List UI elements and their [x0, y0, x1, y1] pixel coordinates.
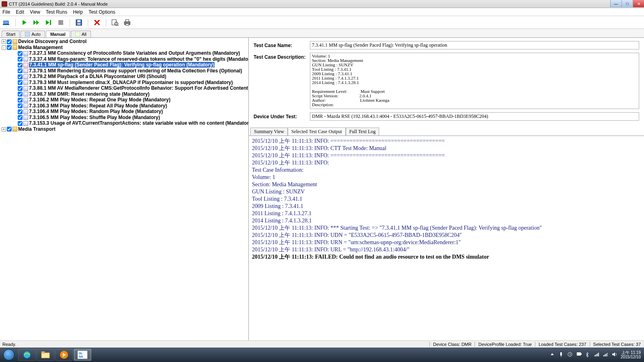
document-icon	[23, 103, 28, 108]
device-icon[interactable]	[2, 19, 10, 26]
tree-checkbox[interactable]	[18, 109, 23, 114]
windows-orb-icon	[3, 349, 14, 360]
stop-button[interactable]	[57, 19, 65, 26]
tree-checkbox[interactable]	[18, 98, 23, 103]
taskbar-explorer[interactable]	[37, 349, 54, 361]
tab-summary-view[interactable]: Summary View	[250, 128, 288, 136]
tree-label: 7.3.79.3 MM Must implement dlna:X_DLNACA…	[29, 80, 233, 85]
tree-checkbox[interactable]	[18, 80, 23, 85]
tray-wifi-icon[interactable]	[603, 352, 609, 358]
menu-test-runs[interactable]: Test Runs	[46, 9, 67, 15]
tree-item[interactable]: 7.3.79.1 MM Rendering Endpoints may supp…	[2, 68, 247, 74]
log-line: Volume: 1	[252, 174, 641, 181]
menu-view[interactable]: View	[30, 9, 40, 15]
tree-label: 7.3.153.3 Usage of AVT.CurrentTransportA…	[29, 120, 248, 126]
tree-item[interactable]: 7.3.27.1 MM Consistency of ProtocolInfo …	[2, 50, 247, 56]
tree-item[interactable]: 7.3.106.5 MM Play Modes: Shuffle Play Mo…	[2, 115, 247, 121]
tree-checkbox[interactable]	[18, 68, 23, 73]
taskbar-media-player[interactable]	[55, 349, 73, 361]
svg-rect-37	[596, 354, 597, 356]
title-bar: CTT (2014 Guidelines) Build: 2.0.4 - Man…	[0, 0, 644, 8]
menu-file[interactable]: File	[2, 9, 10, 15]
tree-item[interactable]: 7.3.79.3 MM Must implement dlna:X_DLNACA…	[2, 80, 247, 86]
tree-item[interactable]: +Media Transport	[2, 126, 247, 132]
log-line: 2015/12/10 上午 11:11:13: INFO: ==========…	[252, 152, 641, 159]
svg-text:?: ?	[569, 353, 571, 356]
tree-item[interactable]: 7.3.106.3 MM Play Modes: Repeat All Play…	[2, 103, 247, 109]
tree-item[interactable]: +Device Discovery and Control	[2, 39, 247, 45]
dut-field[interactable]	[310, 112, 639, 121]
svg-rect-36	[594, 355, 595, 356]
expander-icon[interactable]: +	[2, 127, 6, 132]
status-bar: Ready. Device Class: DMR DeviceProfile L…	[0, 340, 644, 348]
print-button[interactable]	[123, 19, 131, 26]
tree-checkbox[interactable]	[18, 103, 23, 108]
tray-power-icon[interactable]	[576, 352, 582, 358]
step-button[interactable]	[45, 19, 53, 26]
tray-action-center-icon[interactable]	[559, 352, 564, 358]
svg-rect-19	[25, 32, 30, 37]
fast-forward-button[interactable]	[33, 19, 41, 26]
tray-volume-icon[interactable]	[612, 352, 617, 358]
log-line: 2015/12/10 上午 11:11:13: INFO: CTT Test M…	[252, 145, 641, 152]
taskbar-ie[interactable]	[18, 349, 36, 361]
tab-selected-output[interactable]: Selected Test Case Output	[288, 128, 346, 136]
test-name-field[interactable]	[310, 41, 639, 49]
tree-item[interactable]: 7.3.41.1 MM sp-flag (Sender Paced Flag):…	[2, 62, 247, 68]
tree-checkbox[interactable]	[18, 121, 23, 126]
delete-button[interactable]	[93, 19, 101, 26]
play-button[interactable]	[21, 19, 29, 26]
tree-item[interactable]: 7.3.37.4 MM flags-param: Tolerance of re…	[2, 56, 247, 62]
tab-full-log[interactable]: Full Text Log	[346, 128, 380, 136]
preview-button[interactable]	[111, 19, 119, 26]
tree-item[interactable]: 7.3.106.2 MM Play Modes: Repeat One Play…	[2, 97, 247, 103]
taskbar-dlna-app[interactable]: DLNA	[74, 349, 91, 361]
svg-marker-44	[612, 352, 615, 356]
svg-marker-29	[551, 353, 554, 355]
tree-item[interactable]: 7.3.79.2 MM Playback of a DLNA Playconta…	[2, 74, 247, 80]
menu-help[interactable]: Help	[73, 9, 83, 15]
menu-test-options[interactable]: Test Options	[89, 9, 116, 15]
svg-rect-1	[3, 24, 9, 25]
tree-checkbox[interactable]	[7, 127, 12, 132]
log-line: 2009 Listing : 7.3.41.1	[252, 203, 641, 210]
menu-edit[interactable]: Edit	[16, 9, 24, 15]
tree-checkbox[interactable]	[18, 86, 23, 91]
close-button[interactable]: ✕	[633, 0, 644, 7]
tree-checkbox[interactable]	[18, 51, 23, 56]
tray-bluetooth-icon[interactable]	[585, 352, 591, 358]
start-button[interactable]	[0, 348, 18, 362]
tray-up-icon[interactable]	[550, 352, 555, 358]
tree-checkbox[interactable]	[18, 63, 23, 68]
tree-item[interactable]: 7.3.153.3 Usage of AVT.CurrentTransportA…	[2, 120, 247, 126]
tree-item[interactable]: 7.3.88.1 MM AV MediaRenderer CMS:GetProt…	[2, 85, 247, 91]
test-tree[interactable]: +Device Discovery and Control-Media Mana…	[0, 38, 248, 346]
tab-start[interactable]: Start	[2, 31, 20, 37]
tree-item[interactable]: 7.3.98.7 MM DMR: Reset rendering state (…	[2, 91, 247, 97]
test-desc-box[interactable]: Volume: 1Section: Media ManagementGUN Li…	[310, 53, 639, 109]
tab-all[interactable]: All	[71, 31, 91, 37]
svg-rect-41	[605, 354, 605, 356]
tree-item[interactable]: 7.3.106.4 MM Play Modes: Random Play Mod…	[2, 109, 247, 115]
document-icon	[23, 86, 28, 91]
tree-checkbox[interactable]	[7, 39, 12, 44]
tab-auto[interactable]: Auto	[21, 31, 45, 37]
log-line: 2015/12/10 上午 11:11:13: INFO: UDN = "E53…	[252, 232, 641, 239]
tree-item[interactable]: -Media Management	[2, 45, 247, 51]
tree-checkbox[interactable]	[18, 74, 23, 79]
maximize-button[interactable]: □	[621, 0, 633, 7]
minimize-button[interactable]: —	[610, 0, 621, 7]
output-log[interactable]: 2015/12/10 上午 11:11:13: INFO: ==========…	[249, 136, 644, 353]
svg-point-31	[561, 356, 561, 357]
expander-icon[interactable]: -	[2, 45, 6, 50]
tab-manual[interactable]: Manual	[46, 31, 70, 37]
tree-checkbox[interactable]	[18, 57, 23, 62]
tray-network-icon[interactable]	[594, 352, 600, 358]
tree-checkbox[interactable]	[18, 92, 23, 97]
tray-clock[interactable]: 上午 11:19 2015/12/10	[621, 350, 641, 359]
tree-checkbox[interactable]	[7, 45, 12, 50]
tree-checkbox[interactable]	[18, 115, 23, 120]
save-button[interactable]	[75, 19, 83, 26]
expander-icon[interactable]: +	[2, 39, 6, 44]
tray-help-icon[interactable]: ?	[568, 352, 573, 358]
